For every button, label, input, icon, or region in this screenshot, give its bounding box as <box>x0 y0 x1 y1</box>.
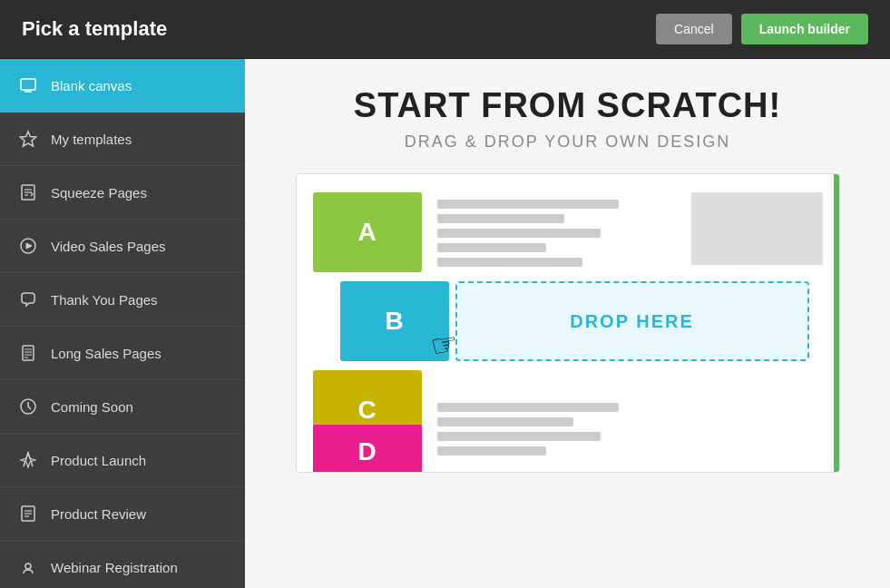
svg-line-17 <box>28 407 31 409</box>
line-5 <box>437 258 582 267</box>
thank-you-pages-icon <box>18 289 38 309</box>
my-templates-icon <box>18 129 38 149</box>
line-7 <box>437 417 573 426</box>
content-subheadline: DRAG & DROP YOUR OWN DESIGN <box>405 132 730 152</box>
svg-rect-0 <box>21 79 35 90</box>
product-launch-icon <box>18 450 38 470</box>
lines-bottom <box>437 403 619 456</box>
cancel-button[interactable]: Cancel <box>656 14 732 44</box>
sidebar-item-label: Product Review <box>51 506 146 522</box>
drag-drop-illustration: A B DROP HERE ☞ <box>296 173 840 473</box>
header-actions: Cancel Launch builder <box>656 14 868 44</box>
dialog-title: Pick a template <box>22 17 167 41</box>
sidebar-item-my-templates[interactable]: My templates <box>0 113 245 166</box>
drop-here-label: DROP HERE <box>570 311 694 332</box>
sidebar-item-label: Blank canvas <box>51 78 132 93</box>
video-sales-pages-icon <box>18 236 38 256</box>
coming-soon-icon <box>18 397 38 416</box>
line-1 <box>437 200 619 209</box>
sidebar-item-product-launch[interactable]: Product Launch <box>0 434 245 487</box>
line-2 <box>437 214 564 223</box>
svg-marker-9 <box>26 243 32 249</box>
lines-top <box>437 200 619 267</box>
line-9 <box>437 446 546 456</box>
block-a: A <box>313 192 422 272</box>
sidebar-item-video-sales-pages[interactable]: Video Sales Pages <box>0 220 245 273</box>
svg-point-22 <box>25 564 31 569</box>
line-8 <box>437 432 601 441</box>
sidebar-item-label: Thank You Pages <box>51 292 158 308</box>
sidebar-item-label: Webinar Registration <box>51 560 178 575</box>
sidebar-item-long-sales-pages[interactable]: Long Sales Pages <box>0 327 245 380</box>
sidebar-item-label: Coming Soon <box>51 399 133 415</box>
sidebar-item-webinar-registration[interactable]: Webinar Registration <box>0 541 245 588</box>
content-headline: START FROM SCRATCH! <box>354 86 781 125</box>
long-sales-pages-icon <box>18 343 38 363</box>
sidebar-item-blank-canvas[interactable]: Blank canvas <box>0 59 245 113</box>
line-6 <box>437 403 619 412</box>
cursor-hand-icon: ☞ <box>427 325 460 366</box>
sidebar-item-label: Squeeze Pages <box>51 185 147 201</box>
header: Pick a template Cancel Launch builder <box>0 0 890 59</box>
sidebar-item-label: Video Sales Pages <box>51 239 165 254</box>
svg-rect-10 <box>23 346 34 360</box>
sidebar-item-thank-you-pages[interactable]: Thank You Pages <box>0 273 245 327</box>
product-review-icon <box>18 504 38 524</box>
sidebar: Blank canvas My templates Squeeze Pa <box>0 59 245 588</box>
squeeze-pages-icon <box>18 182 38 202</box>
launch-builder-button[interactable]: Launch builder <box>741 14 868 44</box>
line-3 <box>437 229 601 238</box>
sidebar-item-squeeze-pages[interactable]: Squeeze Pages <box>0 166 245 220</box>
sidebar-item-coming-soon[interactable]: Coming Soon <box>0 380 245 434</box>
blank-canvas-icon <box>18 75 38 95</box>
svg-marker-3 <box>21 132 36 146</box>
sidebar-item-label: My templates <box>51 132 132 147</box>
sidebar-item-label: Product Launch <box>51 453 146 468</box>
sidebar-item-product-review[interactable]: Product Review <box>0 487 245 541</box>
placeholder-image <box>691 192 823 265</box>
main-layout: Blank canvas My templates Squeeze Pa <box>0 59 890 588</box>
sidebar-item-label: Long Sales Pages <box>51 346 161 361</box>
drop-zone: DROP HERE <box>455 281 809 361</box>
line-4 <box>437 243 546 252</box>
block-d: D <box>313 425 422 473</box>
webinar-registration-icon <box>18 557 38 577</box>
content-area: START FROM SCRATCH! DRAG & DROP YOUR OWN… <box>245 59 890 588</box>
right-accent-strip <box>834 174 840 472</box>
